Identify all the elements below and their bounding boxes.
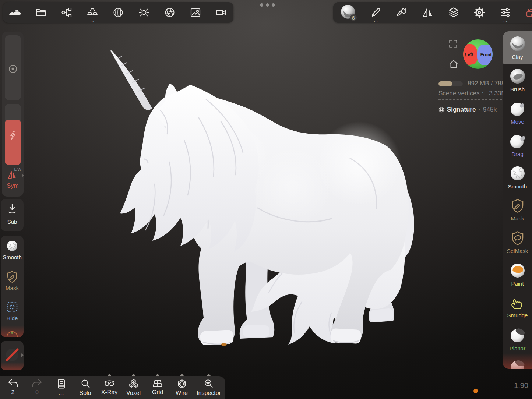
info-divider	[438, 99, 502, 100]
gizmo-left-face[interactable]: Left	[463, 43, 479, 66]
interface-sliders-icon[interactable]: …	[498, 3, 513, 22]
gizmo-left-label: Left	[465, 52, 473, 58]
topology-more: …	[90, 18, 95, 22]
smudge-finger-icon	[510, 295, 525, 311]
post-process-aperture-icon[interactable]	[162, 3, 177, 22]
memory-bar	[438, 81, 463, 86]
voxel-caret-icon	[132, 374, 135, 376]
redo-button[interactable]: 0	[27, 376, 47, 399]
inspector-button[interactable]: Inspector	[196, 376, 222, 399]
memory-bar-fill	[438, 81, 452, 86]
tool-smooth[interactable]: Smooth	[503, 161, 532, 193]
files-folder-icon[interactable]	[34, 3, 48, 22]
quick-mask-button[interactable]: Mask	[1, 269, 24, 298]
xray-button[interactable]: X-Ray	[99, 376, 119, 399]
pressure-dot	[473, 389, 478, 393]
tool-mask[interactable]: Mask	[503, 193, 532, 226]
material-sphere-icon[interactable]	[111, 3, 126, 22]
drag-icon	[509, 133, 526, 149]
falloff-panel	[1, 341, 24, 370]
gizmo-icon[interactable]	[6, 331, 18, 337]
mesh-globe-icon	[438, 107, 444, 113]
nomad-sculpt-app: …	[0, 0, 532, 399]
tool-flatten-partial[interactable]	[503, 355, 532, 369]
tool-move-label: Move	[511, 119, 524, 124]
stroke-more: …	[374, 18, 378, 22]
painting-brush-icon[interactable]	[395, 3, 409, 22]
home-view-button[interactable]	[448, 59, 459, 69]
lighting-sun-icon[interactable]	[137, 3, 151, 22]
background-image-icon[interactable]	[188, 3, 203, 22]
wire-caret-icon	[180, 374, 184, 376]
grid-button[interactable]: Grid	[148, 376, 168, 399]
settings-gear-icon[interactable]	[472, 3, 487, 22]
toolbox-icon[interactable]	[524, 3, 532, 22]
tool-brush[interactable]: Brush	[503, 64, 532, 96]
radius-slider[interactable]	[5, 35, 21, 100]
solo-button[interactable]: Solo	[75, 376, 95, 399]
signature-label: Signature	[447, 106, 476, 113]
fullscreen-button[interactable]	[448, 39, 458, 49]
history-button[interactable]: …	[51, 376, 71, 399]
scene-vertices-value: 3.33M	[489, 90, 503, 97]
voxel-cubes-icon	[128, 379, 139, 389]
voxel-button[interactable]: Voxel	[124, 376, 144, 399]
grid-label: Grid	[152, 389, 163, 396]
inspector-label: Inspector	[197, 390, 221, 396]
undo-button[interactable]: 2	[3, 376, 23, 399]
zoom-level: 1.90	[510, 381, 528, 390]
solo-label: Solo	[79, 390, 91, 396]
selmask-icon	[510, 230, 525, 246]
sub-arrow-icon	[7, 203, 18, 214]
symmetry-button[interactable]: L/W Sym	[2, 167, 24, 194]
multitask-indicator	[260, 3, 275, 7]
wire-button[interactable]: Wire	[172, 376, 192, 399]
grid-caret-icon	[156, 374, 159, 376]
bottom-toolbar: 2 0 … Solo	[0, 376, 225, 399]
smooth-sphere-icon	[6, 239, 19, 253]
left-slider-panel: L/W Sym	[2, 32, 24, 197]
tool-clay-label: Clay	[512, 54, 523, 60]
tool-move[interactable]: Move	[503, 96, 532, 128]
mask-shield-icon	[6, 270, 18, 283]
clay-icon	[509, 35, 526, 52]
quick-hide-label: Hide	[1, 315, 24, 321]
xray-glasses-icon	[104, 379, 115, 388]
hide-dotted-icon	[6, 300, 19, 314]
tool-planar[interactable]: Planar	[503, 323, 532, 355]
symmetry-mirror-icon[interactable]	[420, 3, 435, 22]
quick-smooth-button[interactable]: Smooth	[1, 239, 24, 267]
quick-smooth-label: Smooth	[1, 254, 24, 260]
undo-icon	[7, 379, 18, 388]
tool-panel: Clay Brush Move Drag	[503, 31, 532, 369]
scene-graph-icon[interactable]	[59, 3, 74, 22]
falloff-none-button[interactable]	[1, 341, 24, 370]
scene-vertices-label: Scene vertices：	[438, 90, 486, 97]
signature-row[interactable]: Signature · 945k	[438, 106, 497, 113]
redo-count: 0	[35, 389, 39, 396]
orientation-gizmo[interactable]: Left Front	[463, 39, 493, 69]
matcap-sphere-icon[interactable]: ⚙	[340, 3, 357, 22]
intensity-fill	[5, 120, 21, 165]
tool-brush-label: Brush	[510, 86, 525, 92]
sub-button[interactable]: Sub	[1, 199, 24, 231]
topology-icon[interactable]: …	[85, 3, 100, 22]
quick-hide-button[interactable]: Hide	[1, 300, 24, 329]
tool-paint-label: Paint	[511, 281, 524, 286]
scene-vertices: Scene vertices： 3.33M	[438, 89, 503, 98]
tool-clay[interactable]: Clay	[503, 31, 532, 64]
stroke-pencil-icon[interactable]: …	[369, 3, 383, 22]
tool-drag[interactable]: Drag	[503, 128, 532, 161]
tool-paint[interactable]: Paint	[503, 258, 532, 290]
layers-stack-icon[interactable]	[446, 3, 461, 22]
nomad-logo[interactable]	[8, 3, 22, 22]
intensity-slider[interactable]	[5, 104, 21, 165]
camera-video-icon[interactable]	[214, 3, 229, 22]
left-tool-panel: Smooth Mask Hide	[1, 236, 24, 337]
top-left-toolbar: …	[3, 2, 233, 23]
top-right-toolbar: ⚙ …	[333, 2, 532, 23]
tool-smooth-label: Smooth	[508, 184, 527, 189]
voxel-label: Voxel	[126, 390, 141, 396]
tool-smudge[interactable]: Smudge	[503, 290, 532, 323]
tool-selmask[interactable]: SelMask	[503, 226, 532, 258]
